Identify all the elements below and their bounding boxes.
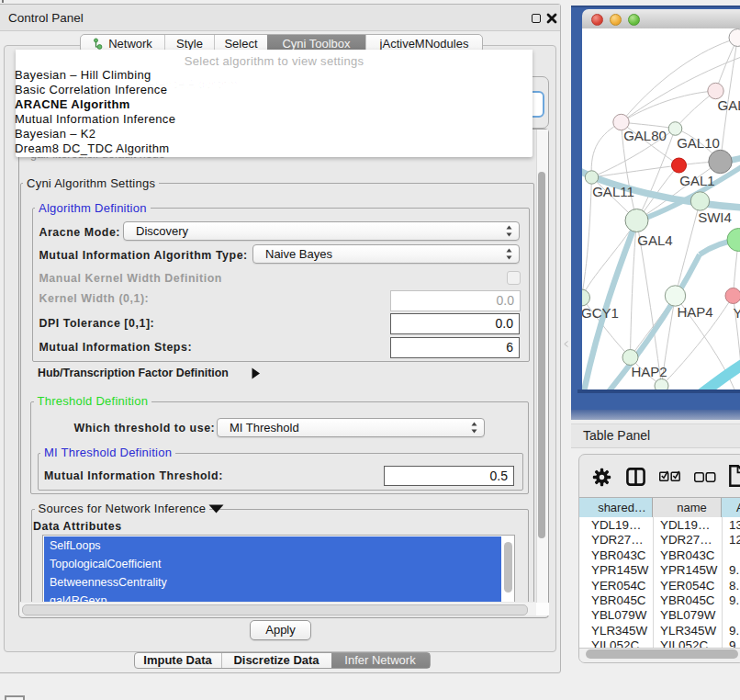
svg-text:GAL80: GAL80 [717,97,740,113]
svg-text:HAP4: HAP4 [677,304,712,320]
svg-text:HAP2: HAP2 [631,364,667,379]
svg-text:GAL11: GAL11 [592,184,634,199]
svg-text:GAL1: GAL1 [679,173,714,188]
svg-text:GAL4: GAL4 [637,232,672,248]
svg-text:GCY1: GCY1 [582,305,619,321]
svg-text:GAL10: GAL10 [677,135,720,151]
svg-text:SWI4: SWI4 [698,209,732,225]
svg-text:GAL80: GAL80 [623,128,667,143]
svg-text:YJR048W: YJR048W [733,305,740,321]
